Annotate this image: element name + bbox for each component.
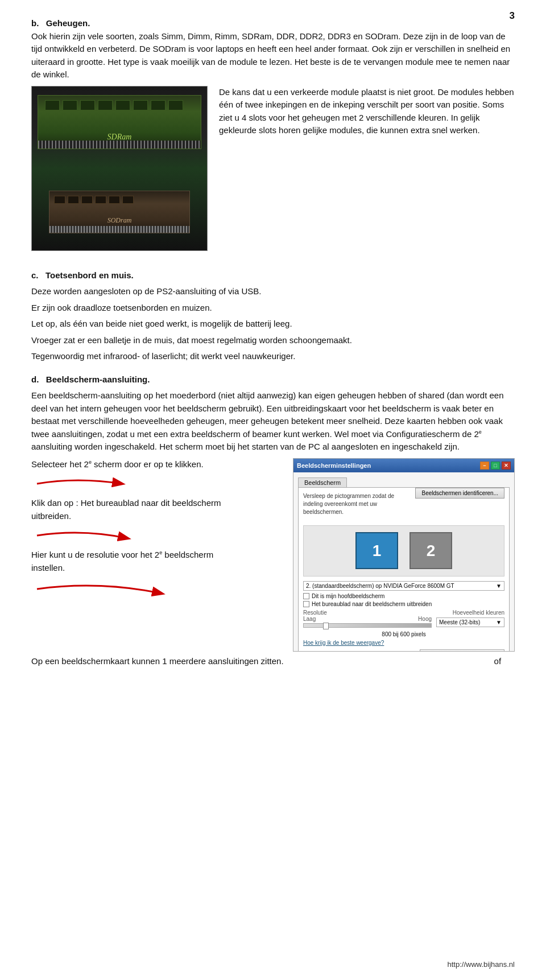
select-screen-text: Selecteer het 2e scherm door er op te kl… — [31, 458, 242, 471]
ram-image: SDRam SODram — [31, 86, 208, 251]
monitor-2-label: 2 — [427, 542, 436, 560]
arrow1-container — [31, 474, 242, 494]
monitor-1-label: 1 — [373, 542, 382, 560]
hier-text: Hier kunt u de resolutie voor het 2e bee… — [31, 549, 242, 574]
toetsenbord-line2: Er zijn ook draadloze toetsenborden en m… — [31, 302, 515, 315]
resolution-label-row: Resolutie Hoeveelheid kleuren — [303, 610, 504, 616]
sodram-label: SODram — [107, 216, 132, 225]
geheugen-float-text: De kans dat u een verkeerde module plaat… — [219, 86, 515, 141]
dialog-identify-button[interactable]: Beeldschermen identificeren... — [415, 488, 504, 499]
dialog-titlebar: Beeldscherminstellingen − □ ✕ — [293, 459, 514, 472]
dialog-checkbox-row-2: Het bureaublad naar dit beeldscherm uitb… — [303, 601, 504, 607]
red-arrow-3-svg — [31, 578, 191, 600]
beeldscherm-mixed: Selecteer het 2e scherm door er op te kl… — [31, 458, 515, 666]
best-display-link[interactable]: Hoe krijg ik de beste weergave? — [303, 640, 504, 646]
bottom-line: Op een beeldschermkaart kunnen 1 meerder… — [31, 656, 515, 666]
bottom-text: Op een beeldschermkaart kunnen 1 meerder… — [31, 656, 284, 666]
section-geheugen: b. Geheugen. Ook hierin zijn vele soorte… — [31, 17, 515, 257]
section-toetsenbord: c. Toetsenbord en muis. Deze worden aang… — [31, 269, 515, 363]
extend-desktop-checkbox[interactable] — [303, 601, 309, 607]
dialog-tab[interactable]: Beeldscherm — [298, 477, 347, 487]
slider-thumb — [323, 623, 329, 629]
section-b-label: b. — [31, 18, 39, 28]
checkbox2-label: Het bureaublad naar dit beeldscherm uitb… — [312, 601, 432, 607]
dialog-checkbox-row-1: Dit is mijn hoofdbeeldscherm — [303, 593, 504, 599]
section-b-paragraph2: De kans dat u een verkeerde module plaat… — [219, 86, 515, 137]
dialog-maximize-btn[interactable]: □ — [491, 462, 500, 470]
monitor-display-area: 1 2 — [303, 525, 504, 577]
color-value: Meeste (32-bits) — [439, 619, 480, 625]
resolution-value: 800 bij 600 pixels — [303, 631, 504, 637]
resolution-label: Resolutie — [303, 610, 327, 616]
beeldscherm-header: d. Beeldscherm-aansluiting. — [31, 373, 515, 386]
page: 3 b. Geheugen. Ook hierin zijn vele soor… — [0, 0, 546, 980]
resolution-color-label: Hoeveelheid kleuren — [453, 610, 504, 616]
toetsenbord-line3: Let op, als één van beide niet goed werk… — [31, 318, 515, 331]
dialog-titlebar-buttons: − □ ✕ — [480, 462, 511, 470]
color-dropdown-arrow: ▼ — [496, 619, 502, 625]
red-arrow-2-svg — [31, 526, 156, 546]
dialog-close-btn[interactable]: ✕ — [502, 462, 511, 470]
monitor-1-box[interactable]: 1 — [355, 532, 398, 569]
dropdown-arrow-icon: ▼ — [496, 583, 502, 589]
beeldscherm-left-column: Selecteer het 2e scherm door er op te kl… — [31, 458, 242, 604]
toetsenbord-header: c. Toetsenbord en muis. — [31, 269, 515, 282]
toetsenbord-line4: Vroeger zat er een balletje in de muis, … — [31, 334, 515, 347]
arrow2-container — [31, 526, 242, 546]
res-low: Laag — [303, 616, 316, 622]
toetsenbord-line1: Deze worden aangesloten op de PS2-aanslu… — [31, 285, 515, 298]
section-c-label: c. — [31, 270, 39, 280]
dialog-monitor-dropdown[interactable]: 2. (standaardbeeldscherm) op NVIDIA GeFo… — [303, 581, 504, 591]
dialog-minimize-btn[interactable]: − — [480, 462, 489, 470]
dialog-dropdown-text: 2. (standaardbeeldscherm) op NVIDIA GeFo… — [306, 583, 454, 589]
dialog-title: Beeldscherminstellingen — [297, 462, 371, 469]
color-dropdown[interactable]: Meeste (32-bits) ▼ — [436, 617, 504, 627]
dialog-body: Beeldscherm Versleep de pictogrammen zod… — [293, 472, 514, 651]
section-d-label: d. — [31, 374, 39, 384]
section-c-title: Toetsenbord en muis. — [46, 270, 134, 280]
beeldscherm-paragraph1: Een beeldscherm-aansluiting op het moede… — [31, 389, 515, 454]
dialog-content-area: Versleep de pictogrammen zodat de indeli… — [298, 487, 510, 651]
section-d-title: Beeldscherm-aansluiting. — [46, 374, 150, 384]
page-number: 3 — [510, 10, 515, 22]
monitor-2-box[interactable]: 2 — [410, 532, 452, 569]
section-b-paragraph1: Ook hierin zijn vele soorten, zoals Simm… — [31, 31, 510, 80]
resolution-slider-section: Resolutie Hoeveelheid kleuren Laag Hoog — [303, 610, 504, 637]
arrow3-container — [31, 578, 242, 600]
geheugen-header-text: b. Geheugen. Ook hierin zijn vele soorte… — [31, 17, 515, 81]
dialog-instruction: Versleep de pictogrammen zodat de indeli… — [303, 492, 406, 516]
section-b-title: Geheugen. — [46, 18, 90, 28]
checkbox1-label: Dit is mijn hoofdbeeldscherm — [312, 593, 384, 599]
klik-text: Klik dan op : Het bureaublad naar dit be… — [31, 497, 242, 522]
dialog-advanced-button[interactable]: Geavanceerde instellingen... — [420, 649, 504, 651]
footer-url: http://www.bijhans.nl — [447, 960, 515, 969]
of-text: of — [494, 656, 502, 666]
section-beeldscherm: d. Beeldscherm-aansluiting. Een beeldsch… — [31, 373, 515, 666]
main-screen-checkbox[interactable] — [303, 593, 309, 599]
windows-dialog: Beeldscherminstellingen − □ ✕ Beeldscher… — [293, 458, 515, 652]
geheugen-float-layout: SDRam SODram — [31, 86, 515, 257]
red-arrow-1-svg — [31, 474, 145, 494]
resolution-slider[interactable] — [303, 623, 432, 628]
ram-image-inner: SDRam SODram — [32, 87, 207, 250]
res-high: Hoog — [418, 616, 432, 622]
toetsenbord-line5: Tegenwoordig met infrarood- of laserlich… — [31, 350, 515, 363]
